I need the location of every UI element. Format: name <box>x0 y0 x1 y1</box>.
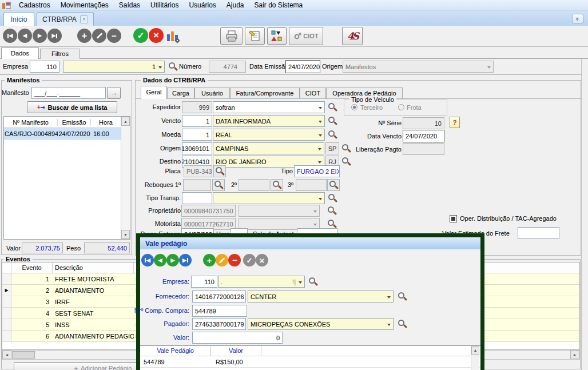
tab-geral[interactable]: Geral <box>141 86 167 99</box>
destino-search-icon[interactable] <box>341 156 351 166</box>
origem-code-field[interactable]: 13069101 <box>182 142 212 154</box>
radio-terceiro[interactable] <box>351 104 357 110</box>
dlg-pagador-code-field[interactable]: 27463387000179 <box>192 318 246 330</box>
dlg-col-vale[interactable]: Vale Pedágio <box>140 346 211 356</box>
manifesto-row-selected[interactable]: CAS/RJO-0004894 24/07/2020 16:00 <box>4 128 130 140</box>
scroll-down-icon[interactable]: ▼ <box>121 230 130 239</box>
data-emissao-field[interactable]: 24/07/2020 <box>285 60 320 73</box>
vencto-combo[interactable]: DATA INFORMADA <box>213 115 325 127</box>
dlg-nav-prev-button[interactable]: ◀ <box>154 254 166 266</box>
reboque1-search-button[interactable] <box>212 179 225 191</box>
tipo-transp-combo[interactable] <box>213 192 325 204</box>
expedidor-search-icon[interactable] <box>328 102 337 112</box>
dlg-empresa-combo[interactable]: .!] <box>218 276 305 288</box>
manifesto-go-button[interactable]: → <box>107 87 121 99</box>
dialog-title-bar[interactable]: Vale pedágio <box>140 237 480 249</box>
menu-movimentacoes[interactable]: Movimentações <box>55 1 114 9</box>
dlg-confirm-button[interactable]: ✓ <box>243 254 256 266</box>
scroll-up-icon[interactable]: ▲ <box>471 346 479 355</box>
menu-cadastros[interactable]: Cadastros <box>14 1 55 9</box>
expedidor-code-field[interactable]: 999 <box>182 101 212 113</box>
tab-carga[interactable]: Carga <box>167 87 194 98</box>
manifesto-input[interactable]: ___/___-______ <box>31 87 106 99</box>
tab-ctrb-rpa[interactable]: CTRB/RPA × <box>37 12 94 26</box>
reboque3-search-button[interactable] <box>327 179 340 191</box>
data-vencto-field[interactable]: 24/07/2020 <box>403 130 444 142</box>
dlg-edit-button[interactable] <box>216 254 228 266</box>
edit-button[interactable] <box>92 29 106 43</box>
placa-search-button[interactable] <box>213 165 226 177</box>
help-button[interactable]: ? <box>450 117 460 128</box>
close-tab-icon[interactable]: × <box>80 15 88 23</box>
col-evento[interactable]: Evento <box>11 262 53 273</box>
app-icon[interactable] <box>2 1 11 11</box>
origem-cidade-combo[interactable]: CAMPINAS <box>213 142 324 154</box>
dlg-empresa-code-field[interactable]: 110 <box>191 276 217 288</box>
col-emissao[interactable]: Emissão <box>58 119 91 126</box>
tipo-veiculo-field[interactable]: FURGAO 2 EIXO <box>294 165 340 177</box>
nav-prev-button[interactable]: ◀ <box>18 29 32 43</box>
nav-next-button[interactable]: ▶ <box>33 29 47 43</box>
dlg-empresa-search-icon[interactable] <box>308 276 318 287</box>
vencto-search-icon[interactable] <box>328 116 337 126</box>
tab-dados[interactable]: Dados <box>1 47 39 59</box>
tipo-transp-search-icon[interactable] <box>328 193 337 203</box>
chart-settings-button[interactable] <box>166 29 181 45</box>
menu-usuarios[interactable]: Usuários <box>184 1 221 9</box>
tab-overflow-button[interactable]: » <box>572 14 583 23</box>
manifestos-scrollbar[interactable]: ▲ ▼ <box>121 117 130 239</box>
print-button[interactable] <box>220 27 243 45</box>
menu-utilitarios[interactable]: Utilitários <box>145 1 184 9</box>
menu-sair[interactable]: Sair do Sistema <box>249 1 308 9</box>
vencto-code-field[interactable]: 1 <box>182 115 212 127</box>
moeda-combo[interactable]: REAL <box>213 129 325 141</box>
dlg-nav-last-button[interactable]: ▶ <box>179 254 192 266</box>
dlg-vale-row[interactable]: 544789 R$150,00 <box>140 356 480 368</box>
add-button[interactable]: + <box>77 29 92 43</box>
dlg-fornecedor-search-icon[interactable] <box>398 291 407 301</box>
dlg-pagador-search-icon[interactable] <box>398 319 407 329</box>
empresa-name-combo[interactable]: 1 <box>63 61 165 73</box>
scroll-left-icon[interactable]: ◄ <box>2 351 11 359</box>
app-logo-button[interactable]: 4S <box>342 27 363 45</box>
radio-frota[interactable] <box>398 104 404 110</box>
dlg-fornecedor-combo[interactable]: CENTER <box>248 291 394 303</box>
tipo-transp-code-field[interactable] <box>182 192 212 204</box>
tab-filtros[interactable]: Filtros <box>40 49 80 59</box>
moeda-code-field[interactable]: 1 <box>182 129 212 141</box>
ciot-button[interactable]: CIOT <box>289 27 323 45</box>
delete-button[interactable]: − <box>107 29 121 43</box>
nav-last-button[interactable]: ▶ <box>47 29 62 43</box>
col-hora[interactable]: Hora <box>91 119 121 126</box>
dlg-fornecedor-code-field[interactable]: 14016772000126 <box>192 291 246 303</box>
menu-ajuda[interactable]: Ajuda <box>221 1 249 9</box>
tab-inicio[interactable]: Início <box>3 12 34 26</box>
tab-fatura[interactable]: Fatura/Comprovante <box>230 87 300 98</box>
nav-first-button[interactable]: ◀ <box>3 29 17 43</box>
menu-saidas[interactable]: Saídas <box>114 1 145 9</box>
dlg-delete-button[interactable]: − <box>228 254 241 266</box>
dlg-cancel-button[interactable]: × <box>256 254 268 266</box>
col-descricao[interactable]: Descrição <box>53 262 134 273</box>
dlg-comp-compra-field[interactable]: 544789 <box>192 305 247 317</box>
user-transfer-button[interactable] <box>267 27 287 45</box>
edit-document-button[interactable] <box>245 27 265 45</box>
moeda-search-icon[interactable] <box>328 129 337 140</box>
oper-distribuicao-checkbox[interactable] <box>450 215 457 222</box>
expedidor-combo[interactable]: softran <box>213 101 325 113</box>
confirm-button[interactable]: ✓ <box>133 28 148 43</box>
dlg-nav-first-button[interactable]: ◀ <box>141 254 154 266</box>
tab-usuario[interactable]: Usuário <box>194 87 230 98</box>
dlg-valor-field[interactable]: 0 <box>192 332 283 344</box>
dlg-table-scrollbar[interactable]: ▲ <box>471 346 479 370</box>
scroll-up-icon[interactable]: ▲ <box>121 117 130 126</box>
dlg-col-valor[interactable]: Valor <box>211 346 261 356</box>
col-manifesto[interactable]: Nº Manifesto <box>4 119 58 126</box>
tab-ciot[interactable]: CIOT <box>300 87 326 98</box>
origem-search-icon[interactable] <box>341 143 351 153</box>
scroll-right-icon[interactable]: ► <box>570 351 579 359</box>
cancel-button[interactable]: × <box>149 28 164 43</box>
motorista-search-icon[interactable] <box>327 218 337 229</box>
dlg-pagador-combo[interactable]: MICROPEÇAS CONEXÕES <box>248 318 394 330</box>
valor-estimado-field[interactable] <box>518 227 559 239</box>
